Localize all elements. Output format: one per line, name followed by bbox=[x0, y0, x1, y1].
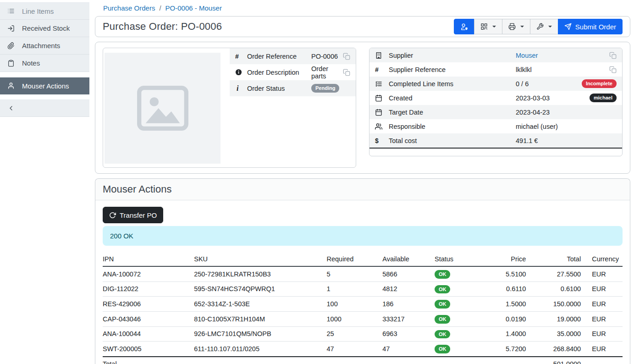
detail-label: Total cost bbox=[389, 137, 516, 144]
detail-label: Responsible bbox=[389, 123, 516, 130]
detail-label: Created bbox=[389, 94, 516, 102]
breadcrumb-separator: / bbox=[159, 4, 161, 12]
column-header-sku[interactable]: SKU bbox=[194, 252, 326, 266]
detail-value-cell: 2023-04-23 bbox=[516, 109, 617, 116]
user-icon bbox=[7, 82, 15, 89]
price-cell: 5.7200 bbox=[484, 342, 530, 357]
column-header-status[interactable]: Status bbox=[435, 252, 484, 266]
detail-trail: Incomplete bbox=[582, 79, 617, 88]
ok-badge: OK bbox=[435, 315, 451, 324]
detail-value: 2023-04-23 bbox=[516, 109, 550, 116]
parts-table-row: CAP-043046810-C1005X7R1H104M1000333217OK… bbox=[103, 311, 623, 326]
caret-down-icon bbox=[492, 26, 496, 28]
price-cell: 5.5100 bbox=[484, 266, 530, 281]
supplier-details-table: SupplierMouser#Supplier Referencelklklkl… bbox=[369, 48, 622, 149]
column-header-required[interactable]: Required bbox=[327, 252, 383, 266]
ipn-cell: DIG-112022 bbox=[103, 281, 194, 297]
total-cell: 19.0000 bbox=[529, 311, 584, 326]
order-image-placeholder bbox=[105, 53, 221, 164]
detail-row-order-description: Order DescriptionOrder parts bbox=[230, 64, 356, 80]
status-cell: OK bbox=[435, 326, 484, 342]
sku-cell: 926-LMC7101QM5/NOPB bbox=[194, 326, 326, 342]
detail-label: Target Date bbox=[389, 109, 516, 116]
detail-trail: michael bbox=[590, 94, 617, 102]
total-cell: 35.0000 bbox=[529, 326, 584, 342]
copy-icon[interactable] bbox=[343, 69, 350, 76]
detail-value-cell: 0 / 6 bbox=[516, 80, 582, 88]
mouser-actions-title: Mouser Actions bbox=[103, 183, 623, 195]
detail-value: PO-0006 bbox=[311, 53, 338, 60]
footer-total-label: Total bbox=[103, 357, 194, 364]
required-cell: 1000 bbox=[327, 311, 383, 326]
required-cell: 100 bbox=[327, 297, 383, 312]
list-icon bbox=[7, 7, 15, 15]
available-cell: 186 bbox=[382, 297, 435, 312]
sidebar-item-attachments[interactable]: Attachments bbox=[0, 37, 89, 55]
detail-value-cell: 2023-03-03 bbox=[516, 94, 590, 102]
sku-cell: 611-110.107.011/0205 bbox=[194, 342, 326, 357]
transfer-po-button[interactable]: Transfer PO bbox=[103, 207, 163, 223]
ipn-cell: ANA-100044 bbox=[103, 326, 194, 342]
transfer-po-label: Transfer PO bbox=[120, 211, 157, 219]
sku-cell: 595-SN74HCS74QPWRQ1 bbox=[194, 281, 326, 297]
copy-icon[interactable] bbox=[609, 52, 617, 59]
total-cell: 0.6100 bbox=[529, 281, 584, 297]
detail-row-order-reference: #Order ReferencePO-0006 bbox=[230, 48, 356, 64]
detail-value: 491.1 € bbox=[516, 137, 538, 144]
detail-trail bbox=[609, 52, 617, 59]
supplier-user-button[interactable] bbox=[454, 19, 474, 34]
order-details-panel: #Order ReferencePO-0006Order Description… bbox=[95, 42, 630, 174]
sidebar-item-line-items[interactable]: Line Items bbox=[0, 2, 89, 20]
sidebar-item-mouser-actions[interactable]: Mouser Actions bbox=[0, 77, 89, 94]
parts-table-row: DIG-112022595-SN74HCS74QPWRQ114812OK0.61… bbox=[103, 281, 623, 297]
breadcrumb-link-current-order[interactable]: PO-0006 - Mouser bbox=[165, 4, 222, 12]
currency-cell: EUR bbox=[584, 281, 623, 297]
submit-order-button[interactable]: Submit Order bbox=[558, 19, 623, 34]
required-cell: 47 bbox=[327, 342, 383, 357]
sidebar-item-notes[interactable]: Notes bbox=[0, 55, 89, 72]
parts-table-row: ANA-100044926-LMC7101QM5/NOPB256963OK1.4… bbox=[103, 326, 623, 342]
detail-row-target-date: Target Date2023-04-23 bbox=[369, 105, 622, 119]
column-header-ipn[interactable]: IPN bbox=[103, 252, 194, 266]
column-header-price[interactable]: Price bbox=[484, 252, 530, 266]
order-actions-dropdown-button[interactable] bbox=[530, 19, 558, 34]
parts-table-row: RES-429006652-3314Z-1-503E100186OK1.5000… bbox=[103, 297, 623, 312]
main-content: Purchase Orders / PO-0006 - Mouser Purch… bbox=[89, 0, 634, 364]
page-header-panel: Purchase Order: PO-0006 bbox=[95, 16, 630, 37]
detail-trail bbox=[609, 66, 617, 73]
price-cell: 0.0190 bbox=[484, 311, 530, 326]
detail-trail bbox=[343, 69, 350, 76]
print-dropdown-button[interactable] bbox=[502, 19, 530, 34]
sidebar-collapse-button[interactable] bbox=[0, 99, 89, 117]
available-cell: 47 bbox=[382, 342, 435, 357]
qr-code-icon bbox=[480, 23, 488, 30]
barcode-dropdown-button[interactable] bbox=[474, 19, 502, 34]
pending-badge: Pending bbox=[311, 84, 339, 93]
detail-label: Order Reference bbox=[247, 53, 311, 60]
detail-row-created: Created2023-03-03michael bbox=[369, 91, 622, 105]
ok-badge: OK bbox=[435, 345, 451, 353]
detail-label: Order Status bbox=[247, 85, 311, 92]
breadcrumb-link-purchase-orders[interactable]: Purchase Orders bbox=[103, 4, 155, 12]
copy-icon[interactable] bbox=[343, 53, 350, 60]
mouser-actions-header: Mouser Actions bbox=[95, 179, 630, 200]
caret-down-icon bbox=[520, 26, 524, 28]
copy-icon[interactable] bbox=[609, 66, 617, 73]
ok-badge: OK bbox=[435, 270, 451, 279]
column-header-available[interactable]: Available bbox=[382, 252, 435, 266]
column-header-total[interactable]: Total bbox=[529, 252, 584, 266]
status-cell: OK bbox=[435, 266, 484, 281]
hash-icon: # bbox=[235, 53, 247, 60]
required-cell: 5 bbox=[327, 266, 383, 281]
sidebar-item-received-stock[interactable]: Received Stock bbox=[0, 20, 89, 37]
detail-row-order-status: iOrder StatusPending bbox=[230, 80, 356, 96]
sku-cell: 810-C1005X7R1H104M bbox=[194, 311, 326, 326]
detail-value-cell: PO-0006 bbox=[311, 53, 343, 60]
status-cell: OK bbox=[435, 342, 484, 357]
order-details-table: #Order ReferencePO-0006Order Description… bbox=[230, 48, 356, 167]
parts-table: IPNSKURequiredAvailableStatusPriceTotalC… bbox=[103, 252, 623, 364]
detail-value: 0 / 6 bbox=[516, 80, 529, 88]
column-header-currency[interactable]: Currency bbox=[584, 252, 623, 266]
refresh-icon bbox=[109, 212, 116, 219]
supplier-link[interactable]: Mouser bbox=[516, 52, 538, 59]
